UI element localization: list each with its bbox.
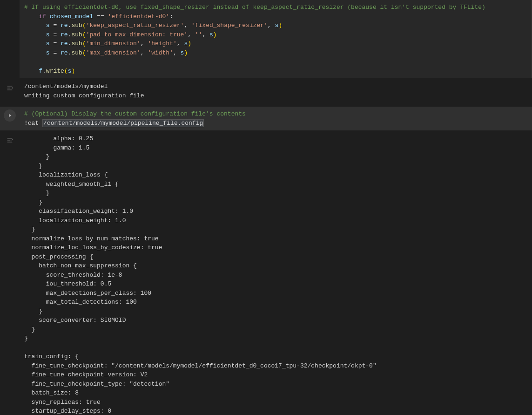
code-var: re <box>61 40 68 47</box>
code-cell-2: # (Optional) Display the custom configur… <box>0 107 532 130</box>
code-colon: : <box>169 13 173 20</box>
code-cell-1: # If using efficientdet-d0, use fixed_sh… <box>0 0 532 78</box>
code-var: re <box>61 22 68 29</box>
code-keyword: if <box>39 13 46 20</box>
code-comma: , <box>268 22 275 29</box>
code-func: sub <box>71 22 82 29</box>
code-op: = <box>53 40 57 47</box>
cell-2-output: alpha: 0.25 gamma: 1.5 } } localization_… <box>20 131 532 415</box>
cell-gutter <box>0 79 20 103</box>
code-comma: , <box>202 31 209 38</box>
code-var: s <box>46 49 50 56</box>
collapse-output-icon[interactable] <box>5 83 15 93</box>
code-string: 'max_dimension' <box>86 49 141 56</box>
code-paren: ( <box>82 31 86 38</box>
code-func: sub <box>71 40 82 47</box>
cell-gutter <box>0 131 20 415</box>
code-var: s <box>46 31 50 38</box>
code-var: s <box>209 31 213 38</box>
code-func: sub <box>71 31 82 38</box>
code-op: == <box>97 13 104 20</box>
code-comment: # If using efficientdet-d0, use fixed_sh… <box>24 4 485 11</box>
code-comma: , <box>177 40 184 47</box>
code-op: = <box>53 31 57 38</box>
code-string: 'pad_to_max_dimension: true' <box>86 31 188 38</box>
code-var: re <box>61 31 68 38</box>
code-paren: ( <box>82 49 86 56</box>
code-string: 'width' <box>148 49 173 56</box>
cell-1-output-row: /content/models/mymodel writing custom c… <box>0 79 532 103</box>
bang: ! <box>24 120 28 127</box>
selected-path: /content/models/mymodel/pipeline_file.co… <box>42 119 204 127</box>
output-line: /content/models/mymodel <box>24 83 108 90</box>
code-var: chosen_model <box>50 13 94 20</box>
code-string: 'keep_aspect_ratio_resizer' <box>86 22 184 29</box>
code-string: 'fixed_shape_resizer' <box>191 22 268 29</box>
output-line: writing custom configuration file <box>24 92 144 99</box>
code-var: f <box>39 68 42 75</box>
code-var: re <box>61 49 68 56</box>
code-paren: ( <box>82 22 86 29</box>
code-paren: ( <box>82 40 86 47</box>
code-paren: ) <box>213 31 217 38</box>
code-comma: , <box>188 31 195 38</box>
code-comma: , <box>141 40 148 47</box>
code-func: sub <box>71 49 82 56</box>
code-comma: , <box>173 49 181 56</box>
code-paren: ) <box>188 40 191 47</box>
code-paren: ) <box>184 49 188 56</box>
code-editor-2[interactable]: # (Optional) Display the custom configur… <box>20 107 532 130</box>
code-string: '' <box>195 31 202 38</box>
code-comment: # (Optional) Display the custom configur… <box>24 110 246 117</box>
code-op: = <box>53 22 57 29</box>
code-var: s <box>46 40 50 47</box>
cell-gutter <box>0 107 20 130</box>
shell-cmd: cat <box>28 120 42 127</box>
cell-2-output-row: alpha: 0.25 gamma: 1.5 } } localization_… <box>0 131 532 415</box>
code-string: 'efficientdet-d0' <box>108 13 170 20</box>
code-op: = <box>53 49 57 56</box>
code-func: write <box>46 68 64 75</box>
code-string: 'height' <box>148 40 176 47</box>
code-paren: ) <box>278 22 282 29</box>
code-paren: ) <box>71 68 75 75</box>
cell-1-output: /content/models/mymodel writing custom c… <box>20 79 532 103</box>
collapse-output-icon[interactable] <box>5 135 15 145</box>
code-editor-1[interactable]: # If using efficientdet-d0, use fixed_sh… <box>20 0 532 78</box>
code-paren: ( <box>64 68 68 75</box>
run-cell-button[interactable] <box>4 109 16 122</box>
code-comma: , <box>141 49 148 56</box>
code-dot: . <box>42 68 46 75</box>
code-comma: , <box>184 22 191 29</box>
cell-gutter <box>0 0 20 78</box>
code-string: 'min_dimension' <box>86 40 141 47</box>
code-var: s <box>46 22 50 29</box>
